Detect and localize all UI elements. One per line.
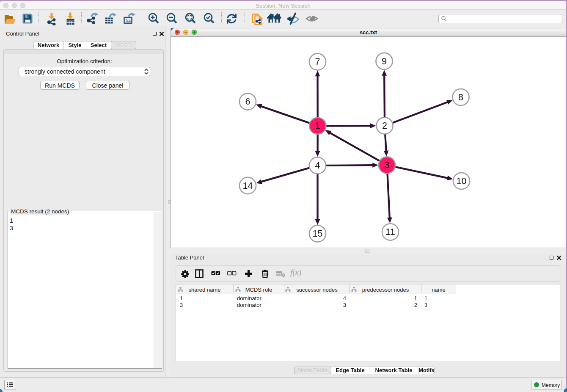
svg-text:10: 10 bbox=[457, 176, 467, 186]
svg-text:4: 4 bbox=[315, 160, 320, 171]
svg-text:6: 6 bbox=[245, 97, 250, 107]
svg-text:11: 11 bbox=[385, 227, 395, 237]
svg-text:8: 8 bbox=[458, 92, 463, 102]
svg-text:2: 2 bbox=[382, 121, 387, 131]
svg-text:1: 1 bbox=[315, 121, 320, 131]
svg-text:7: 7 bbox=[315, 57, 320, 67]
svg-text:9: 9 bbox=[382, 56, 387, 66]
svg-text:3: 3 bbox=[385, 160, 390, 170]
svg-text:14: 14 bbox=[243, 181, 253, 191]
svg-text:15: 15 bbox=[313, 229, 323, 239]
